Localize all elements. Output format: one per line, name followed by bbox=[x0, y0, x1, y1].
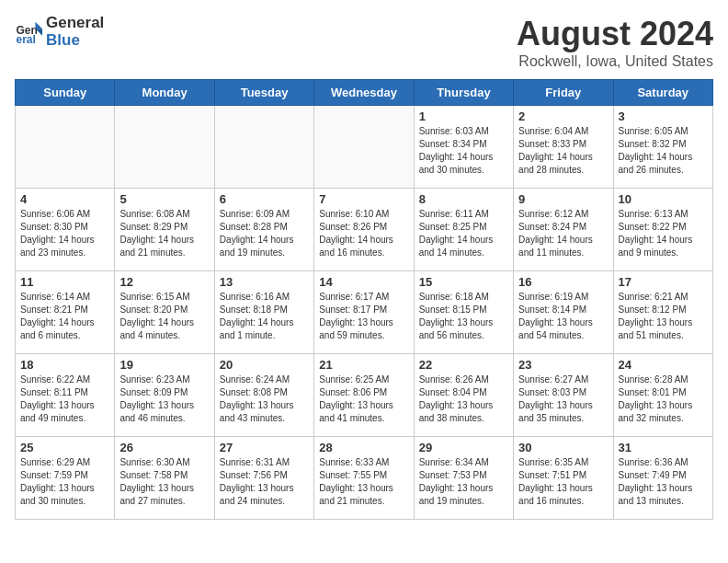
calendar-cell: 17Sunrise: 6:21 AM Sunset: 8:12 PM Dayli… bbox=[613, 271, 712, 354]
day-info: Sunrise: 6:29 AM Sunset: 7:59 PM Dayligh… bbox=[20, 456, 109, 508]
day-info: Sunrise: 6:23 AM Sunset: 8:09 PM Dayligh… bbox=[119, 373, 209, 425]
day-info: Sunrise: 6:14 AM Sunset: 8:21 PM Dayligh… bbox=[20, 291, 109, 342]
calendar-cell bbox=[16, 106, 115, 189]
logo-general-text: General bbox=[46, 14, 104, 31]
day-number: 13 bbox=[220, 275, 309, 289]
day-number: 14 bbox=[319, 275, 408, 289]
day-info: Sunrise: 6:34 AM Sunset: 7:53 PM Dayligh… bbox=[419, 456, 508, 508]
calendar-cell bbox=[115, 106, 214, 189]
title-area: August 2024 Rockwell, Iowa, United State… bbox=[517, 15, 713, 70]
day-info: Sunrise: 6:35 AM Sunset: 7:51 PM Dayligh… bbox=[518, 456, 608, 508]
day-header-sunday: Sunday bbox=[16, 80, 115, 106]
calendar-cell bbox=[214, 106, 313, 189]
calendar: SundayMondayTuesdayWednesdayThursdayFrid… bbox=[15, 79, 713, 520]
calendar-cell: 12Sunrise: 6:15 AM Sunset: 8:20 PM Dayli… bbox=[115, 271, 214, 354]
calendar-cell: 19Sunrise: 6:23 AM Sunset: 8:09 PM Dayli… bbox=[115, 354, 214, 437]
day-number: 19 bbox=[119, 358, 209, 372]
calendar-cell: 15Sunrise: 6:18 AM Sunset: 8:15 PM Dayli… bbox=[414, 271, 513, 354]
calendar-cell: 27Sunrise: 6:31 AM Sunset: 7:56 PM Dayli… bbox=[214, 437, 313, 520]
day-number: 30 bbox=[518, 441, 608, 454]
day-info: Sunrise: 6:03 AM Sunset: 8:34 PM Dayligh… bbox=[419, 125, 508, 177]
day-number: 25 bbox=[20, 441, 109, 454]
header: Gen eral General Blue August 2024 Rockwe… bbox=[15, 15, 713, 70]
day-info: Sunrise: 6:28 AM Sunset: 8:01 PM Dayligh… bbox=[619, 373, 708, 425]
day-info: Sunrise: 6:11 AM Sunset: 8:25 PM Dayligh… bbox=[419, 208, 508, 259]
day-info: Sunrise: 6:06 AM Sunset: 8:30 PM Dayligh… bbox=[20, 208, 109, 259]
logo-blue-text: Blue bbox=[46, 31, 80, 49]
day-header-friday: Friday bbox=[514, 80, 613, 106]
day-number: 29 bbox=[419, 441, 508, 454]
day-info: Sunrise: 6:36 AM Sunset: 7:49 PM Dayligh… bbox=[619, 456, 708, 508]
calendar-cell: 10Sunrise: 6:13 AM Sunset: 8:22 PM Dayli… bbox=[613, 189, 712, 271]
calendar-week-5: 25Sunrise: 6:29 AM Sunset: 7:59 PM Dayli… bbox=[16, 437, 713, 520]
day-number: 11 bbox=[20, 275, 109, 289]
day-number: 6 bbox=[220, 192, 309, 206]
day-number: 3 bbox=[619, 109, 708, 123]
day-info: Sunrise: 6:31 AM Sunset: 7:56 PM Dayligh… bbox=[220, 456, 309, 508]
calendar-cell: 6Sunrise: 6:09 AM Sunset: 8:28 PM Daylig… bbox=[214, 189, 313, 271]
day-number: 23 bbox=[518, 358, 608, 372]
day-number: 4 bbox=[20, 192, 109, 206]
day-info: Sunrise: 6:33 AM Sunset: 7:55 PM Dayligh… bbox=[319, 456, 408, 508]
day-number: 27 bbox=[220, 441, 309, 454]
day-header-tuesday: Tuesday bbox=[214, 80, 313, 106]
day-number: 31 bbox=[619, 441, 708, 454]
logo-icon: Gen eral bbox=[15, 18, 42, 46]
calendar-cell: 13Sunrise: 6:16 AM Sunset: 8:18 PM Dayli… bbox=[214, 271, 313, 354]
day-number: 15 bbox=[419, 275, 508, 289]
day-number: 5 bbox=[119, 192, 209, 206]
day-info: Sunrise: 6:12 AM Sunset: 8:24 PM Dayligh… bbox=[518, 208, 608, 259]
day-number: 20 bbox=[220, 358, 309, 372]
calendar-week-2: 4Sunrise: 6:06 AM Sunset: 8:30 PM Daylig… bbox=[16, 189, 713, 271]
subtitle: Rockwell, Iowa, United States bbox=[517, 53, 713, 70]
day-number: 21 bbox=[319, 358, 408, 372]
day-number: 28 bbox=[319, 441, 408, 454]
calendar-cell: 1Sunrise: 6:03 AM Sunset: 8:34 PM Daylig… bbox=[414, 106, 513, 189]
calendar-cell: 26Sunrise: 6:30 AM Sunset: 7:58 PM Dayli… bbox=[115, 437, 214, 520]
day-info: Sunrise: 6:30 AM Sunset: 7:58 PM Dayligh… bbox=[119, 456, 209, 508]
day-info: Sunrise: 6:25 AM Sunset: 8:06 PM Dayligh… bbox=[319, 373, 408, 425]
calendar-cell: 24Sunrise: 6:28 AM Sunset: 8:01 PM Dayli… bbox=[613, 354, 712, 437]
calendar-cell: 7Sunrise: 6:10 AM Sunset: 8:26 PM Daylig… bbox=[314, 189, 414, 271]
day-number: 1 bbox=[419, 109, 508, 123]
calendar-cell: 14Sunrise: 6:17 AM Sunset: 8:17 PM Dayli… bbox=[314, 271, 414, 354]
calendar-cell: 8Sunrise: 6:11 AM Sunset: 8:25 PM Daylig… bbox=[414, 189, 513, 271]
calendar-cell: 29Sunrise: 6:34 AM Sunset: 7:53 PM Dayli… bbox=[414, 437, 513, 520]
day-info: Sunrise: 6:08 AM Sunset: 8:29 PM Dayligh… bbox=[119, 208, 209, 259]
day-number: 26 bbox=[119, 441, 209, 454]
calendar-week-3: 11Sunrise: 6:14 AM Sunset: 8:21 PM Dayli… bbox=[16, 271, 713, 354]
calendar-cell: 3Sunrise: 6:05 AM Sunset: 8:32 PM Daylig… bbox=[613, 106, 712, 189]
calendar-cell: 4Sunrise: 6:06 AM Sunset: 8:30 PM Daylig… bbox=[16, 189, 115, 271]
main-title: August 2024 bbox=[517, 15, 713, 53]
day-info: Sunrise: 6:10 AM Sunset: 8:26 PM Dayligh… bbox=[319, 208, 408, 259]
day-info: Sunrise: 6:05 AM Sunset: 8:32 PM Dayligh… bbox=[619, 125, 708, 177]
day-number: 22 bbox=[419, 358, 508, 372]
calendar-cell: 25Sunrise: 6:29 AM Sunset: 7:59 PM Dayli… bbox=[16, 437, 115, 520]
calendar-cell: 18Sunrise: 6:22 AM Sunset: 8:11 PM Dayli… bbox=[16, 354, 115, 437]
calendar-header-row: SundayMondayTuesdayWednesdayThursdayFrid… bbox=[16, 80, 713, 106]
day-info: Sunrise: 6:18 AM Sunset: 8:15 PM Dayligh… bbox=[419, 291, 508, 342]
day-number: 8 bbox=[419, 192, 508, 206]
day-number: 24 bbox=[619, 358, 708, 372]
calendar-week-4: 18Sunrise: 6:22 AM Sunset: 8:11 PM Dayli… bbox=[16, 354, 713, 437]
calendar-cell: 2Sunrise: 6:04 AM Sunset: 8:33 PM Daylig… bbox=[514, 106, 613, 189]
calendar-cell: 5Sunrise: 6:08 AM Sunset: 8:29 PM Daylig… bbox=[115, 189, 214, 271]
calendar-cell: 20Sunrise: 6:24 AM Sunset: 8:08 PM Dayli… bbox=[214, 354, 313, 437]
day-header-monday: Monday bbox=[115, 80, 214, 106]
calendar-cell: 9Sunrise: 6:12 AM Sunset: 8:24 PM Daylig… bbox=[514, 189, 613, 271]
day-info: Sunrise: 6:26 AM Sunset: 8:04 PM Dayligh… bbox=[419, 373, 508, 425]
day-info: Sunrise: 6:24 AM Sunset: 8:08 PM Dayligh… bbox=[220, 373, 309, 425]
day-number: 2 bbox=[518, 109, 608, 123]
day-info: Sunrise: 6:27 AM Sunset: 8:03 PM Dayligh… bbox=[518, 373, 608, 425]
svg-text:eral: eral bbox=[17, 33, 36, 46]
calendar-cell: 31Sunrise: 6:36 AM Sunset: 7:49 PM Dayli… bbox=[613, 437, 712, 520]
calendar-cell: 22Sunrise: 6:26 AM Sunset: 8:04 PM Dayli… bbox=[414, 354, 513, 437]
day-number: 18 bbox=[20, 358, 109, 372]
day-info: Sunrise: 6:19 AM Sunset: 8:14 PM Dayligh… bbox=[518, 291, 608, 342]
day-info: Sunrise: 6:16 AM Sunset: 8:18 PM Dayligh… bbox=[220, 291, 309, 342]
day-info: Sunrise: 6:22 AM Sunset: 8:11 PM Dayligh… bbox=[20, 373, 109, 425]
day-number: 10 bbox=[619, 192, 708, 206]
calendar-cell: 30Sunrise: 6:35 AM Sunset: 7:51 PM Dayli… bbox=[514, 437, 613, 520]
day-number: 16 bbox=[518, 275, 608, 289]
day-header-thursday: Thursday bbox=[414, 80, 513, 106]
